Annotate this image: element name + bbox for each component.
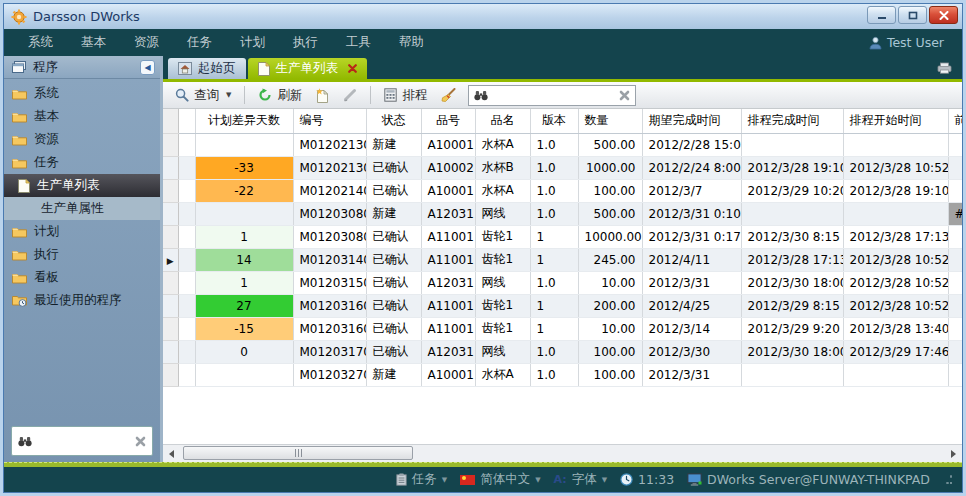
- toolbar-search-clear-icon[interactable]: [619, 90, 630, 101]
- home-icon: [178, 62, 192, 75]
- toolbar-search-box: [468, 85, 636, 106]
- status-task-menu[interactable]: 任务 ▼: [396, 471, 447, 488]
- status-language-menu[interactable]: 简体中文 ▼: [460, 471, 540, 488]
- font-caret-icon: ▼: [602, 476, 607, 484]
- table-row[interactable]: M012021301新建 A10001水杯A 1.0500.00 2012/2/…: [163, 133, 962, 156]
- schedule-button[interactable]: 排程: [380, 85, 431, 106]
- sidebar-item-recent-programs[interactable]: 最近使用的程序: [4, 289, 160, 312]
- menu-basic[interactable]: 基本: [67, 29, 120, 56]
- task-caret-icon: ▼: [442, 476, 447, 484]
- folder-icon: [12, 226, 27, 238]
- sidebar-item-production-order-attributes[interactable]: 生产单属性: [4, 197, 160, 220]
- status-bar: 任务 ▼ 简体中文 ▼ A: 字体 ▼ 11:33 DWorks Server@…: [4, 467, 962, 492]
- query-dropdown-caret-icon[interactable]: ▼: [226, 91, 231, 99]
- col-due-time[interactable]: 期望完成时间: [642, 109, 741, 133]
- sidebar-items: 系统 基本 资源 任务 生产单列表: [4, 79, 160, 426]
- col-next-partial[interactable]: 前: [948, 109, 962, 133]
- sidebar-search-clear-icon[interactable]: [135, 436, 146, 447]
- table-row[interactable]: -22 M012021401已确认 A10001水杯A 1.0100.00 20…: [163, 179, 962, 202]
- restore-button[interactable]: [898, 6, 927, 24]
- production-order-grid: 计划差异天数 编号 状态 品号 品名 版本 数量 期望完成时间 排程完成时间 排…: [163, 109, 962, 444]
- sidebar-item-resource[interactable]: 资源: [4, 128, 160, 151]
- new-button[interactable]: [312, 86, 333, 105]
- col-item-name[interactable]: 品名: [475, 109, 530, 133]
- menu-resource[interactable]: 资源: [120, 29, 173, 56]
- edit-button[interactable]: [339, 86, 361, 104]
- folder-icon: [12, 111, 27, 123]
- resize-grip[interactable]: [943, 475, 952, 484]
- col-sched-end-time[interactable]: 排程完成时间: [741, 109, 843, 133]
- sidebar-item-kanban[interactable]: 看板: [4, 266, 160, 289]
- query-button[interactable]: 查询 ▼: [171, 85, 235, 106]
- menu-tools[interactable]: 工具: [332, 29, 385, 56]
- magnifier-icon: [175, 88, 189, 102]
- menu-bar: 系统 基本 资源 任务 计划 执行 工具 帮助 Test User: [4, 29, 962, 56]
- col-version[interactable]: 版本: [530, 109, 578, 133]
- toolbar-search-input[interactable]: [493, 88, 614, 102]
- table-row[interactable]: 27 M012031601已确认 A11001齿轮1 1200.00 2012/…: [163, 294, 962, 317]
- current-user[interactable]: Test User: [869, 35, 952, 50]
- tab-start-page[interactable]: 起始页: [168, 58, 246, 79]
- title-bar[interactable]: Darsson DWorks: [4, 4, 962, 29]
- toolbar: 查询 ▼ 刷新 排程: [163, 82, 962, 109]
- folder-icon: [12, 157, 27, 169]
- table-row[interactable]: 1 M012030802已确认 A11001齿轮1 110000.00 2012…: [163, 225, 962, 248]
- col-item-no[interactable]: 品号: [421, 109, 475, 133]
- broom-icon: [441, 88, 456, 102]
- new-document-icon: [316, 88, 329, 103]
- calculator-icon: [384, 88, 397, 102]
- col-qty[interactable]: 数量: [578, 109, 642, 133]
- sidebar-item-production-order-list[interactable]: 生产单列表: [4, 174, 160, 197]
- sidebar-collapse-button[interactable]: ◀: [140, 60, 155, 75]
- horizontal-scrollbar[interactable]: [163, 444, 962, 462]
- menu-plan[interactable]: 计划: [226, 29, 279, 56]
- status-time: 11:33: [638, 472, 674, 487]
- menu-task[interactable]: 任务: [173, 29, 226, 56]
- sidebar-item-task[interactable]: 任务: [4, 151, 160, 174]
- scroll-right-arrow-icon[interactable]: [945, 446, 962, 462]
- sidebar-item-plan[interactable]: 计划: [4, 220, 160, 243]
- table-row[interactable]: -15 M012031602已确认 A11001齿轮1 110.00 2012/…: [163, 317, 962, 340]
- app-logo-gear-icon: [11, 9, 27, 25]
- sidebar-search-input[interactable]: [32, 434, 135, 448]
- page-icon: [18, 179, 30, 193]
- grid-header-row: 计划差异天数 编号 状态 品号 品名 版本 数量 期望完成时间 排程完成时间 排…: [163, 109, 962, 133]
- table-row[interactable]: -33 M012021302已确认 A10002水杯B 1.01000.00 2…: [163, 156, 962, 179]
- user-name: Test User: [887, 35, 944, 50]
- col-sched-start-time[interactable]: 排程开始时间: [843, 109, 948, 133]
- menu-execute[interactable]: 执行: [279, 29, 332, 56]
- table-row[interactable]: 1 M012031501已确认 A12031网线 1.010.00 2012/3…: [163, 271, 962, 294]
- scroll-left-arrow-icon[interactable]: [163, 446, 180, 462]
- status-server[interactable]: DWorks Server@FUNWAY-THINKPAD: [687, 472, 930, 487]
- refresh-button[interactable]: 刷新: [254, 85, 306, 106]
- page-icon: [258, 62, 270, 76]
- sidebar-item-basic[interactable]: 基本: [4, 105, 160, 128]
- menu-help[interactable]: 帮助: [385, 29, 438, 56]
- folder-icon: [12, 272, 27, 284]
- clean-button[interactable]: [437, 86, 460, 104]
- marker-cell: #: [948, 202, 962, 225]
- col-order-no[interactable]: 编号: [293, 109, 366, 133]
- tab-close-icon[interactable]: [348, 64, 357, 73]
- menu-system[interactable]: 系统: [14, 29, 67, 56]
- sidebar-item-execute[interactable]: 执行: [4, 243, 160, 266]
- pencil-icon: [343, 88, 357, 102]
- sidebar-programs: 程序 ◀ 系统 基本 资源 任务: [4, 56, 163, 462]
- col-plan-diff-days[interactable]: 计划差异天数: [195, 109, 293, 133]
- table-row-current[interactable]: ▶ 14 M012031402已确认 A11001齿轮1 1245.00 201…: [163, 248, 962, 271]
- tab-production-order-list[interactable]: 生产单列表: [248, 58, 368, 79]
- scrollbar-thumb[interactable]: [183, 446, 413, 460]
- window-frame: Darsson DWorks 系统 基本 资源 任务 计划 执行 工具 帮助 T…: [3, 3, 963, 493]
- sidebar-header: 程序 ◀: [4, 56, 160, 79]
- table-row[interactable]: M012030801新建 A12031网线 1.0500.00 2012/3/3…: [163, 202, 962, 225]
- minimize-button[interactable]: [867, 6, 896, 24]
- table-row[interactable]: 0 M012031701已确认 A12031网线 1.0100.00 2012/…: [163, 340, 962, 363]
- printer-icon[interactable]: [937, 62, 952, 74]
- col-status[interactable]: 状态: [366, 109, 421, 133]
- status-font-menu[interactable]: A: 字体 ▼: [554, 471, 608, 488]
- sidebar-item-system[interactable]: 系统: [4, 82, 160, 105]
- close-button[interactable]: [929, 6, 958, 24]
- scrollbar-track[interactable]: [180, 445, 945, 462]
- table-row[interactable]: M012032701新建 A10001水杯A 1.0100.00 2012/3/…: [163, 363, 962, 386]
- app-window: Darsson DWorks 系统 基本 资源 任务 计划 执行 工具 帮助 T…: [0, 0, 966, 496]
